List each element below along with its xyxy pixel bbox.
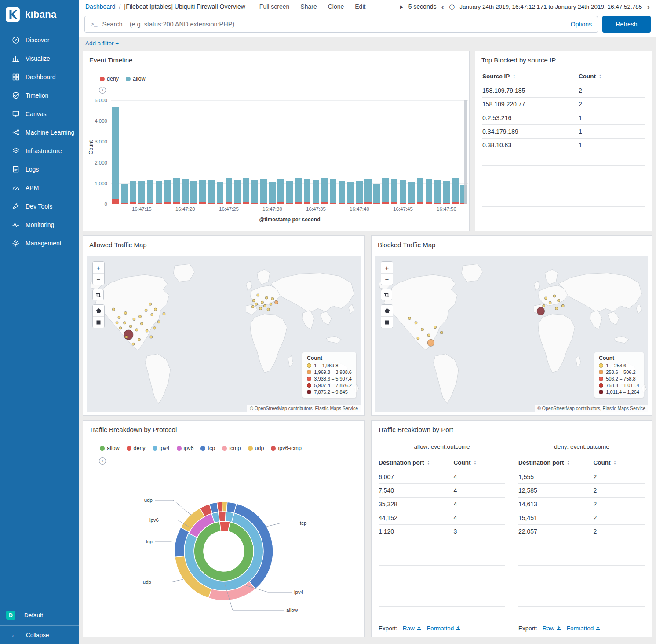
timeline-bar[interactable] <box>364 179 371 204</box>
menu-item-full-screen[interactable]: Full screen <box>259 3 289 10</box>
zoom-out-button[interactable]: − <box>381 273 393 285</box>
blocked-map[interactable]: + − Count 1 – 253.6253.6 – 506.2506.2 – … <box>375 256 648 412</box>
timeline-bar[interactable] <box>234 180 241 204</box>
timeline-bar[interactable] <box>251 180 258 204</box>
sidebar-item-ml[interactable]: Machine Learning <box>0 123 79 142</box>
timeline-bar[interactable] <box>313 180 319 204</box>
sidebar-item-logs[interactable]: Logs <box>0 160 79 179</box>
sidebar-item-discover[interactable]: Discover <box>0 31 79 49</box>
legend-item-allow[interactable]: allow <box>126 76 146 82</box>
sort-icon[interactable]: ▲▼ <box>513 74 515 79</box>
play-icon[interactable]: ▶ <box>400 4 404 9</box>
sunburst-segment-deny[interactable] <box>220 521 230 531</box>
legend-item-udp[interactable]: udp <box>248 445 264 451</box>
kibana-logo[interactable]: kibana <box>0 0 79 31</box>
legend-item-ipv4[interactable]: ipv4 <box>153 445 170 451</box>
legend-item-ipv6-icmp[interactable]: ipv6-icmp <box>271 445 302 451</box>
timeline-bar[interactable] <box>426 179 432 204</box>
timeline-bar[interactable] <box>147 180 153 204</box>
legend-item-tcp[interactable]: tcp <box>200 445 215 451</box>
sunburst-segment-ipv6-icmp[interactable] <box>219 512 226 522</box>
sidebar-item-visualize[interactable]: Visualize <box>0 49 79 68</box>
column-header[interactable]: Destination port▲▼ <box>518 459 593 466</box>
polygon-tool-button[interactable] <box>93 305 104 316</box>
timeline-bar[interactable] <box>417 178 423 204</box>
timeline-bar[interactable] <box>277 179 284 204</box>
sort-icon[interactable]: ▲▼ <box>474 461 476 465</box>
timeline-bar[interactable] <box>347 182 354 204</box>
sidebar-item-apm[interactable]: APM <box>0 179 79 197</box>
timeline-bar[interactable] <box>434 180 441 204</box>
export-formatted-link[interactable]: Formatted <box>567 625 601 632</box>
timeline-bar[interactable] <box>443 181 450 204</box>
column-header[interactable]: Count▲▼ <box>579 73 645 80</box>
timeline-bar[interactable] <box>321 178 328 204</box>
timeline-bar[interactable] <box>182 179 188 204</box>
timeline-bar[interactable] <box>173 178 180 204</box>
timeline-bar[interactable] <box>304 179 310 204</box>
timeline-bar[interactable] <box>408 182 415 204</box>
fit-bounds-button[interactable] <box>92 289 104 300</box>
column-header[interactable]: Count▲▼ <box>453 459 505 466</box>
column-header[interactable]: Count▲▼ <box>593 459 645 466</box>
timeline-bar[interactable] <box>190 181 197 204</box>
timeline-bar[interactable] <box>286 181 293 204</box>
rect-tool-button[interactable] <box>93 316 104 328</box>
time-back-icon[interactable]: ‹ <box>441 2 444 11</box>
rect-tool-button[interactable] <box>381 316 393 328</box>
timeline-bar[interactable] <box>226 178 232 204</box>
zoom-in-button[interactable]: + <box>381 262 393 273</box>
timeline-bar[interactable] <box>339 181 345 204</box>
sidebar-item-management[interactable]: Management <box>0 234 79 252</box>
timeline-bar[interactable] <box>199 180 206 204</box>
export-raw-link[interactable]: Raw <box>403 625 422 632</box>
space-switcher[interactable]: D Default <box>0 605 79 625</box>
allowed-map[interactable]: + − Count 1 – 1,969.81,969.8 – 3,938.63,… <box>87 256 361 412</box>
sidebar-item-dashboard[interactable]: Dashboard <box>0 68 79 86</box>
sidebar-item-canvas[interactable]: Canvas <box>0 105 79 123</box>
timeline-bar[interactable] <box>391 179 397 204</box>
add-filter-link[interactable]: Add a filter + <box>85 40 119 47</box>
legend-item-ipv6[interactable]: ipv6 <box>177 445 194 451</box>
time-forward-icon[interactable]: › <box>647 2 650 11</box>
refresh-button[interactable]: Refresh <box>602 16 651 33</box>
timeline-bar[interactable] <box>452 178 458 204</box>
column-header[interactable]: Source IP▲▼ <box>482 73 579 80</box>
timeline-bar[interactable] <box>269 182 276 204</box>
sort-icon[interactable]: ▲▼ <box>567 461 570 465</box>
polygon-tool-button[interactable] <box>381 305 393 316</box>
timeline-bar[interactable] <box>382 178 389 204</box>
legend-item-deny[interactable]: deny <box>100 76 119 82</box>
legend-collapse-icon[interactable]: ∧ <box>99 87 106 94</box>
fit-bounds-button[interactable] <box>381 289 392 300</box>
search-input[interactable] <box>102 21 566 28</box>
timeline-bar[interactable] <box>112 107 119 204</box>
time-range[interactable]: January 24th 2019, 16:47:12.171 to Janua… <box>459 4 642 10</box>
sidebar-item-monitoring[interactable]: Monitoring <box>0 216 79 234</box>
sort-icon[interactable]: ▲▼ <box>599 74 601 79</box>
sidebar-item-timelion[interactable]: Timelion <box>0 86 79 105</box>
timeline-bar[interactable] <box>400 180 406 204</box>
legend-item-icmp[interactable]: icmp <box>222 445 241 451</box>
export-raw-link[interactable]: Raw <box>543 625 561 632</box>
zoom-out-button[interactable]: − <box>93 273 104 285</box>
sunburst-segment-ipv6-icmp[interactable] <box>217 502 222 512</box>
timeline-bar[interactable] <box>356 181 363 204</box>
timeline-bar[interactable] <box>164 180 171 204</box>
menu-item-edit[interactable]: Edit <box>355 3 365 10</box>
menu-item-clone[interactable]: Clone <box>328 3 344 10</box>
sidebar-item-infrastructure[interactable]: Infrastructure <box>0 142 79 160</box>
timeline-bar[interactable] <box>295 178 302 204</box>
timeline-bar[interactable] <box>243 178 249 204</box>
timeline-bar[interactable] <box>373 184 380 204</box>
legend-item-deny[interactable]: deny <box>127 445 146 451</box>
export-formatted-link[interactable]: Formatted <box>427 625 461 632</box>
timeline-bar[interactable] <box>156 181 162 204</box>
refresh-interval[interactable]: 5 seconds <box>408 3 437 10</box>
timeline-bar[interactable] <box>330 179 336 204</box>
menu-item-share[interactable]: Share <box>300 3 317 10</box>
timeline-bar[interactable] <box>138 181 145 204</box>
sidebar-item-devtools[interactable]: Dev Tools <box>0 197 79 216</box>
collapse-button[interactable]: ← Collapse <box>0 625 79 644</box>
timeline-bar[interactable] <box>121 184 128 204</box>
